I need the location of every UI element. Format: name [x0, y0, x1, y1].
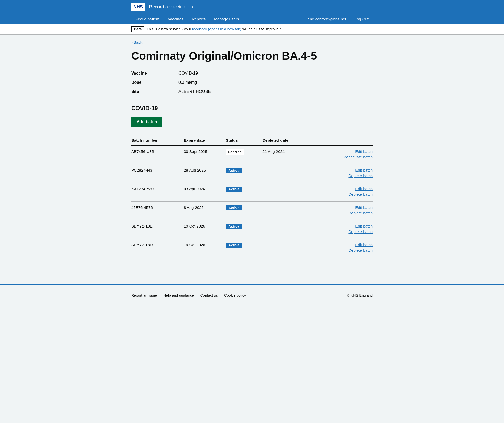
- reports-link[interactable]: Reports: [188, 14, 210, 24]
- info-value: 0.3 ml/mg: [178, 78, 257, 87]
- table-row: AB7456-U35 30 Sept 2025 Pending 21 Aug 2…: [131, 145, 373, 164]
- batch-number-cell: SDYY2-18E: [131, 220, 184, 239]
- table-row: SDYY2-18E 19 Oct 2026 Active Edit batchD…: [131, 220, 373, 239]
- footer: Report an issueHelp and guidanceContact …: [0, 285, 504, 305]
- nhs-logo: NHS: [131, 3, 145, 11]
- back-arrow-icon: ›: [131, 40, 133, 44]
- header-title: Record a vaccination: [149, 4, 193, 10]
- actions-cell: Edit batchDeplete batch: [315, 202, 373, 220]
- info-label: Vaccine: [131, 69, 178, 78]
- edit-batch-link[interactable]: Edit batch: [315, 224, 373, 228]
- add-batch-button[interactable]: Add batch: [131, 117, 162, 127]
- info-table: Vaccine COVID-19 Dose 0.3 ml/mg Site ALB…: [131, 69, 257, 96]
- depleted-date-header: Depleted date: [262, 135, 315, 145]
- find-a-patient-link[interactable]: Find a patient: [131, 14, 164, 24]
- info-row: Dose 0.3 ml/mg: [131, 78, 257, 87]
- beta-banner-text: This is a new service - your feedback (o…: [146, 27, 282, 31]
- info-row: Vaccine COVID-19: [131, 69, 257, 78]
- status-badge: Active: [226, 187, 242, 192]
- nav-left: Find a patient Vaccines Reports Manage u…: [131, 14, 243, 24]
- status-badge: Active: [226, 224, 242, 229]
- user-email-link[interactable]: jane.carlton2@nhs.net: [302, 14, 350, 24]
- actions-header: [315, 135, 373, 145]
- status-cell: Pending: [226, 145, 262, 164]
- status-cell: Active: [226, 183, 262, 202]
- batch-number-cell: SDYY2-18D: [131, 239, 184, 257]
- status-badge: Pending: [226, 149, 244, 155]
- batch-number-cell: PC2824-I43: [131, 164, 184, 183]
- cookie-policy-link[interactable]: Cookie policy: [224, 293, 246, 297]
- header: NHS Record a vaccination: [0, 0, 504, 14]
- depleted-date-cell: [262, 220, 315, 239]
- info-label: Site: [131, 87, 178, 96]
- report-issue-link[interactable]: Report an issue: [131, 293, 157, 297]
- footer-copyright: © NHS England: [347, 293, 373, 297]
- beta-tag: Beta: [131, 26, 144, 32]
- depleted-date-cell: [262, 183, 315, 202]
- expiry-date-cell: 19 Oct 2026: [184, 220, 226, 239]
- edit-batch-link[interactable]: Edit batch: [315, 187, 373, 191]
- back-link[interactable]: › Back: [131, 40, 142, 44]
- log-out-link[interactable]: Log Out: [350, 14, 373, 24]
- depleted-date-cell: [262, 202, 315, 220]
- batch-number-cell: XX1234-Y30: [131, 183, 184, 202]
- status-badge: Active: [226, 205, 242, 210]
- nav-right: jane.carlton2@nhs.net Log Out: [302, 14, 373, 24]
- table-row: 45E76-4576 8 Aug 2025 Active Edit batchD…: [131, 202, 373, 220]
- reactivate-batch-link[interactable]: Reactivate batch: [315, 155, 373, 159]
- actions-cell: Edit batchReactivate batch: [315, 145, 373, 164]
- table-row: XX1234-Y30 9 Sept 2024 Active Edit batch…: [131, 183, 373, 202]
- expiry-date-cell: 8 Aug 2025: [184, 202, 226, 220]
- batch-table: Batch number Expiry date Status Depleted…: [131, 135, 373, 257]
- actions-cell: Edit batchDeplete batch: [315, 164, 373, 183]
- actions-cell: Edit batchDeplete batch: [315, 239, 373, 257]
- expiry-date-cell: 30 Sept 2025: [184, 145, 226, 164]
- actions-cell: Edit batchDeplete batch: [315, 183, 373, 202]
- deplete-batch-link[interactable]: Deplete batch: [315, 192, 373, 197]
- expiry-date-cell: 9 Sept 2024: [184, 183, 226, 202]
- table-row: PC2824-I43 28 Aug 2025 Active Edit batch…: [131, 164, 373, 183]
- batch-number-header: Batch number: [131, 135, 184, 145]
- deplete-batch-link[interactable]: Deplete batch: [315, 211, 373, 215]
- help-guidance-link[interactable]: Help and guidance: [163, 293, 194, 297]
- manage-users-link[interactable]: Manage users: [210, 14, 243, 24]
- status-cell: Active: [226, 202, 262, 220]
- footer-links: Report an issueHelp and guidanceContact …: [131, 293, 246, 297]
- edit-batch-link[interactable]: Edit batch: [315, 149, 373, 154]
- info-row: Site ALBERT HOUSE: [131, 87, 257, 96]
- status-badge: Active: [226, 168, 242, 173]
- depleted-date-cell: [262, 239, 315, 257]
- info-value: COVID-19: [178, 69, 257, 78]
- page-title: Comirnaty Original/Omicron BA.4-5: [131, 50, 373, 62]
- status-badge: Active: [226, 243, 242, 248]
- expiry-date-cell: 19 Oct 2026: [184, 239, 226, 257]
- status-cell: Active: [226, 220, 262, 239]
- contact-us-link[interactable]: Contact us: [200, 293, 218, 297]
- beta-banner: Beta This is a new service - your feedba…: [0, 24, 504, 35]
- expiry-date-header: Expiry date: [184, 135, 226, 145]
- edit-batch-link[interactable]: Edit batch: [315, 243, 373, 247]
- info-label: Dose: [131, 78, 178, 87]
- actions-cell: Edit batchDeplete batch: [315, 220, 373, 239]
- main-nav: Find a patient Vaccines Reports Manage u…: [0, 14, 504, 24]
- main-content: › Back Comirnaty Original/Omicron BA.4-5…: [126, 35, 378, 273]
- status-cell: Active: [226, 164, 262, 183]
- edit-batch-link[interactable]: Edit batch: [315, 168, 373, 172]
- batch-number-cell: 45E76-4576: [131, 202, 184, 220]
- expiry-date-cell: 28 Aug 2025: [184, 164, 226, 183]
- depleted-date-cell: 21 Aug 2024: [262, 145, 315, 164]
- edit-batch-link[interactable]: Edit batch: [315, 205, 373, 210]
- vaccines-link[interactable]: Vaccines: [164, 14, 188, 24]
- deplete-batch-link[interactable]: Deplete batch: [315, 248, 373, 252]
- table-row: SDYY2-18D 19 Oct 2026 Active Edit batchD…: [131, 239, 373, 257]
- status-header: Status: [226, 135, 262, 145]
- section-title: COVID-19: [131, 105, 373, 112]
- info-value: ALBERT HOUSE: [178, 87, 257, 96]
- depleted-date-cell: [262, 164, 315, 183]
- batch-number-cell: AB7456-U35: [131, 145, 184, 164]
- status-cell: Active: [226, 239, 262, 257]
- deplete-batch-link[interactable]: Deplete batch: [315, 173, 373, 178]
- feedback-link[interactable]: feedback (opens in a new tab): [192, 27, 242, 31]
- deplete-batch-link[interactable]: Deplete batch: [315, 229, 373, 234]
